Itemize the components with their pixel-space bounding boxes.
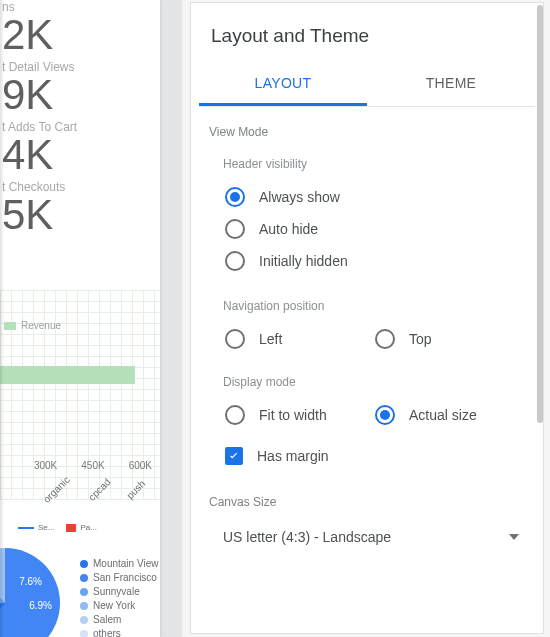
select-value: US letter (4:3) - Landscape — [223, 529, 391, 545]
metric-value: 2K — [0, 14, 160, 56]
panel-tabs: LAYOUT THEME — [199, 65, 535, 107]
legend-dot — [80, 630, 88, 637]
axis-tick: 450K — [81, 460, 104, 471]
legend-swatch — [4, 322, 16, 330]
radio-label: Left — [259, 331, 282, 347]
legend-dot — [80, 560, 88, 568]
legend-label: San Francisco — [93, 572, 157, 583]
legend-dot — [80, 574, 88, 582]
legend-label: Sunnyvale — [93, 586, 140, 597]
metric-value: 4K — [0, 134, 160, 176]
checkbox-icon — [225, 447, 243, 465]
checkbox-has-margin[interactable]: Has margin — [191, 431, 543, 471]
chevron-down-icon — [509, 534, 519, 540]
radio-icon — [225, 329, 245, 349]
panel-title: Layout and Theme — [191, 3, 543, 65]
axis-ticks: 300K 450K 600K — [0, 460, 160, 471]
radio-label: Actual size — [409, 407, 477, 423]
metric-value: 9K — [0, 74, 160, 116]
legend-dot — [80, 602, 88, 610]
layout-theme-panel: Layout and Theme LAYOUT THEME View Mode … — [190, 2, 544, 634]
pie-pct: 6.9% — [29, 600, 52, 611]
legend-label: New York — [93, 600, 135, 611]
legend-label: Mountain View — [93, 558, 158, 569]
label-header-visibility: Header visibility — [191, 147, 543, 181]
radio-icon — [375, 329, 395, 349]
revenue-legend: Revenue — [4, 320, 61, 331]
radio-icon — [225, 187, 245, 207]
pie-chart: 7.6% 6.9% — [0, 548, 60, 637]
pie-pct: 7.6% — [19, 576, 42, 587]
legend-label: Se... — [38, 523, 54, 532]
checkbox-label: Has margin — [257, 448, 329, 464]
legend-swatch — [66, 524, 76, 532]
axis-tick: 300K — [34, 460, 57, 471]
legend-label: Revenue — [21, 320, 61, 331]
axis-tick: 600K — [129, 460, 152, 471]
radio-icon — [225, 405, 245, 425]
radio-auto-hide[interactable]: Auto hide — [191, 213, 543, 245]
radio-icon — [225, 219, 245, 239]
radio-initially-hidden[interactable]: Initially hidden — [191, 245, 543, 277]
radio-always-show[interactable]: Always show — [191, 181, 543, 213]
radio-icon — [375, 405, 395, 425]
radio-label: Initially hidden — [259, 253, 348, 269]
category-labels: organic cpcad push — [40, 484, 157, 495]
radio-label: Top — [409, 331, 432, 347]
label-display-mode: Display mode — [191, 355, 543, 399]
legend-swatch — [18, 527, 34, 529]
tab-theme[interactable]: THEME — [367, 65, 535, 106]
revenue-bar — [0, 366, 135, 384]
radio-label: Auto hide — [259, 221, 318, 237]
label-navigation-position: Navigation position — [191, 277, 543, 323]
legend-label: others — [93, 628, 121, 637]
legend-label: Pa... — [80, 523, 96, 532]
radio-nav-top[interactable]: Top — [375, 329, 525, 349]
canvas-size-select[interactable]: US letter (4:3) - Landscape — [219, 523, 523, 551]
panel-scrollbar[interactable] — [537, 5, 543, 423]
legend-dot — [80, 616, 88, 624]
section-canvas-size: Canvas Size — [191, 471, 543, 517]
radio-fit-to-width[interactable]: Fit to width — [225, 405, 375, 425]
tab-layout[interactable]: LAYOUT — [199, 65, 367, 106]
radio-label: Always show — [259, 189, 340, 205]
radio-actual-size[interactable]: Actual size — [375, 405, 525, 425]
legend-label: Salem — [93, 614, 121, 625]
report-canvas: ns 2K t Detail Views 9K t Adds To Cart 4… — [0, 0, 160, 637]
metric-value: 5K — [0, 194, 160, 236]
radio-nav-left[interactable]: Left — [225, 329, 375, 349]
radio-label: Fit to width — [259, 407, 327, 423]
section-view-mode: View Mode — [191, 107, 543, 147]
radio-icon — [225, 251, 245, 271]
pie-legend: Mountain View San Francisco Sunnyvale Ne… — [80, 557, 158, 637]
series-legend: Se... Pa... — [18, 523, 97, 532]
legend-dot — [80, 588, 88, 596]
